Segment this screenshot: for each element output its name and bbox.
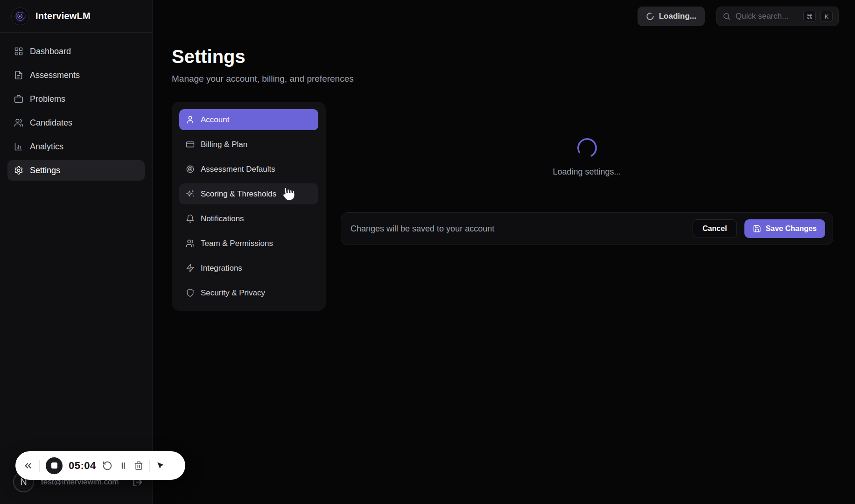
- pause-icon: [119, 461, 128, 470]
- spinner-icon: [576, 137, 598, 159]
- action-buttons: Cancel Save Changes: [693, 219, 825, 238]
- sidebar-item-settings[interactable]: Settings: [7, 160, 145, 181]
- recording-timer: 05:04: [69, 460, 96, 472]
- save-button-label: Save Changes: [766, 224, 817, 233]
- users-icon: [186, 239, 195, 248]
- loading-label: Loading...: [659, 12, 696, 21]
- stop-recording-button[interactable]: [46, 457, 63, 474]
- settings-tab-assessment-defaults[interactable]: Assessment Defaults: [179, 159, 318, 180]
- sidebar-item-problems[interactable]: Problems: [7, 89, 145, 109]
- sidebar-item-label: Candidates: [30, 118, 72, 128]
- settings-panel: Loading settings... Changes will be save…: [341, 102, 833, 245]
- sidebar-item-label: Assessments: [30, 70, 80, 80]
- credit-card-icon: [186, 140, 195, 149]
- loading-text: Loading settings...: [553, 167, 621, 177]
- sidebar-item-label: Settings: [30, 166, 60, 175]
- users-icon: [14, 118, 23, 127]
- bar-chart-icon: [14, 142, 23, 151]
- search-input[interactable]: [736, 12, 799, 21]
- restart-recording-button[interactable]: [102, 461, 112, 471]
- chevrons-left-icon: [23, 461, 33, 471]
- quick-search[interactable]: ⌘ K: [716, 7, 839, 26]
- cancel-button[interactable]: Cancel: [693, 219, 736, 238]
- sparkles-icon: [186, 189, 195, 198]
- pointer-mode-button[interactable]: [156, 461, 165, 470]
- app-root: InterviewLM Dashboard Assessments Proble…: [0, 0, 855, 504]
- save-hint-text: Changes will be saved to your account: [350, 224, 494, 234]
- delete-recording-button[interactable]: [134, 461, 143, 470]
- settings-tab-label: Team & Permissions: [201, 239, 273, 248]
- kbd-k: K: [820, 11, 833, 22]
- action-bar: Changes will be saved to your account Ca…: [341, 212, 833, 245]
- settings-tab-account[interactable]: Account: [179, 109, 318, 130]
- kbd-command: ⌘: [803, 11, 816, 22]
- loading-indicator: Loading...: [638, 7, 705, 26]
- settings-tab-security-privacy[interactable]: Security & Privacy: [179, 282, 318, 303]
- sidebar-item-assessments[interactable]: Assessments: [7, 65, 145, 85]
- recording-toolbar: 05:04: [15, 451, 185, 480]
- sidebar: InterviewLM Dashboard Assessments Proble…: [0, 0, 153, 504]
- brand-name: InterviewLM: [35, 11, 91, 21]
- shield-icon: [186, 288, 195, 297]
- document-icon: [14, 70, 23, 80]
- sidebar-item-label: Problems: [30, 94, 65, 104]
- target-icon: [186, 165, 195, 174]
- settings-tab-billing[interactable]: Billing & Plan: [179, 134, 318, 155]
- pause-recording-button[interactable]: [119, 461, 128, 470]
- sidebar-nav: Dashboard Assessments Problems Candidate…: [0, 33, 152, 189]
- bell-icon: [186, 214, 195, 223]
- settings-nav-card: Account Billing & Plan Assessment Defaul…: [172, 102, 326, 311]
- mouse-pointer-icon: [156, 461, 165, 470]
- user-icon: [186, 115, 195, 124]
- search-icon: [722, 12, 731, 21]
- sidebar-item-dashboard[interactable]: Dashboard: [7, 41, 145, 62]
- toolbar-divider: [39, 460, 40, 472]
- settings-layout: Account Billing & Plan Assessment Defaul…: [172, 102, 833, 311]
- briefcase-icon: [14, 94, 23, 104]
- spinner-icon: [646, 12, 654, 21]
- save-changes-button[interactable]: Save Changes: [744, 219, 825, 238]
- zap-icon: [186, 264, 195, 273]
- dashboard-icon: [14, 47, 23, 56]
- settings-tab-scoring-thresholds[interactable]: Scoring & Thresholds: [179, 183, 318, 204]
- settings-tab-label: Integrations: [201, 264, 242, 273]
- rotate-ccw-icon: [102, 461, 112, 471]
- sidebar-item-label: Dashboard: [30, 47, 71, 56]
- sidebar-item-analytics[interactable]: Analytics: [7, 136, 145, 157]
- save-icon: [753, 224, 761, 233]
- settings-tab-label: Scoring & Thresholds: [201, 189, 276, 199]
- settings-tab-label: Security & Privacy: [201, 288, 265, 298]
- settings-tab-label: Notifications: [201, 214, 244, 224]
- trash-icon: [134, 461, 143, 470]
- settings-tab-integrations[interactable]: Integrations: [179, 258, 318, 279]
- main-content: Settings Manage your account, billing, a…: [153, 33, 855, 504]
- page-subtitle: Manage your account, billing, and prefer…: [172, 74, 833, 84]
- sidebar-item-label: Analytics: [30, 142, 63, 152]
- settings-tab-notifications[interactable]: Notifications: [179, 208, 318, 229]
- settings-tab-label: Account: [201, 115, 229, 125]
- brand-logo-icon: [11, 7, 29, 25]
- loading-zone: Loading settings...: [341, 102, 833, 212]
- collapse-toolbar-button[interactable]: [23, 461, 33, 471]
- page-title: Settings: [172, 46, 833, 67]
- gear-icon: [14, 166, 23, 175]
- settings-tab-label: Assessment Defaults: [201, 165, 275, 174]
- topbar: Loading... ⌘ K: [153, 0, 855, 33]
- settings-tab-team-permissions[interactable]: Team & Permissions: [179, 233, 318, 254]
- sidebar-item-candidates[interactable]: Candidates: [7, 112, 145, 133]
- toolbar-divider: [149, 460, 150, 472]
- settings-tab-label: Billing & Plan: [201, 140, 247, 149]
- brand[interactable]: InterviewLM: [0, 0, 152, 33]
